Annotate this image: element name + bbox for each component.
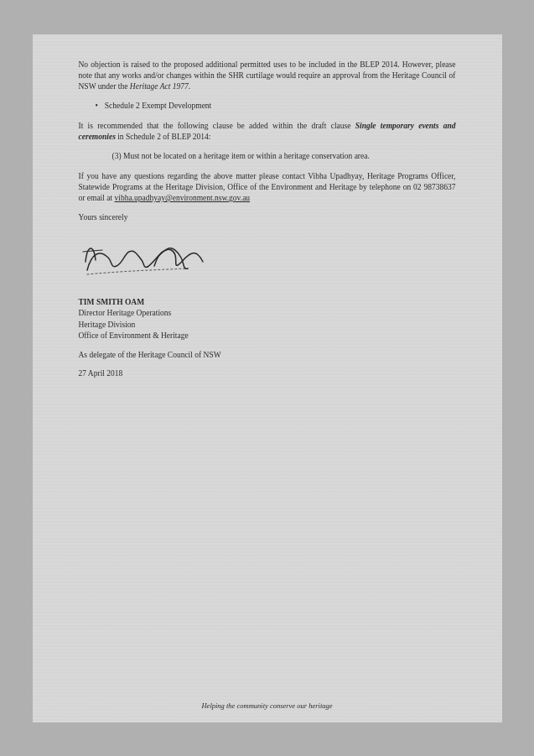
italic-act: Heritage Act 1977 xyxy=(130,82,189,91)
bullet-dot: • xyxy=(96,101,98,112)
page-content: No objection is raised to the proposed a… xyxy=(79,60,456,379)
indented-clause: (3) Must not be located on a heritage it… xyxy=(112,151,456,162)
delegate-line: As delegate of the Heritage Council of N… xyxy=(79,350,456,361)
paragraph-2-text: It is recommended that the following cla… xyxy=(79,122,456,141)
italic-bold-clause: Single temporary events and ceremonies xyxy=(79,122,456,141)
name-block: TIM SMITH OAM Director Heritage Operatio… xyxy=(79,297,456,342)
paragraph-1: No objection is raised to the proposed a… xyxy=(79,60,456,93)
person-title-3: Office of Environment & Heritage xyxy=(79,331,456,342)
salutation-text: Yours sincerely xyxy=(79,213,128,222)
person-title-1: Director Heritage Operations xyxy=(79,308,456,319)
signature-image xyxy=(79,237,213,287)
signature-area xyxy=(79,237,456,290)
person-title-2: Heritage Division xyxy=(79,320,456,331)
indented-text: (3) Must not be located on a heritage it… xyxy=(112,152,370,160)
person-name: TIM SMITH OAM xyxy=(79,297,456,308)
paragraph-4: If you have any questions regarding the … xyxy=(79,171,456,205)
paragraph-2: It is recommended that the following cla… xyxy=(79,121,456,143)
footer: Helping the community conserve our herit… xyxy=(33,701,502,710)
bullet-item-1: • Schedule 2 Exempt Development xyxy=(96,101,456,112)
paragraph-salutation: Yours sincerely xyxy=(79,212,456,223)
paragraph-4-text: If you have any questions regarding the … xyxy=(79,172,456,203)
bullet-text-1: Schedule 2 Exempt Development xyxy=(105,101,211,112)
paragraph-1-text: No objection is raised to the proposed a… xyxy=(79,60,456,91)
email-link[interactable]: vibha.upadhyay@environment.nsw.gov.au xyxy=(115,194,251,202)
document-page: No objection is raised to the proposed a… xyxy=(33,34,502,722)
date-line: 27 April 2018 xyxy=(79,368,456,379)
